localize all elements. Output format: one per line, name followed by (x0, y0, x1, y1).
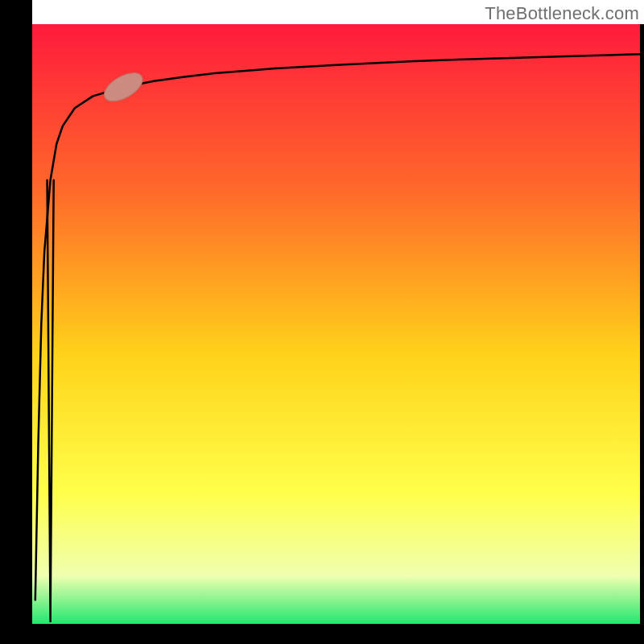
plot-background (32, 24, 640, 624)
chart-container: TheBottleneck.com (0, 0, 644, 644)
attribution-label: TheBottleneck.com (485, 3, 639, 24)
axis-frame (0, 0, 32, 644)
axis-frame (0, 624, 644, 644)
axis-frame (640, 24, 644, 624)
chart-svg (0, 0, 644, 644)
